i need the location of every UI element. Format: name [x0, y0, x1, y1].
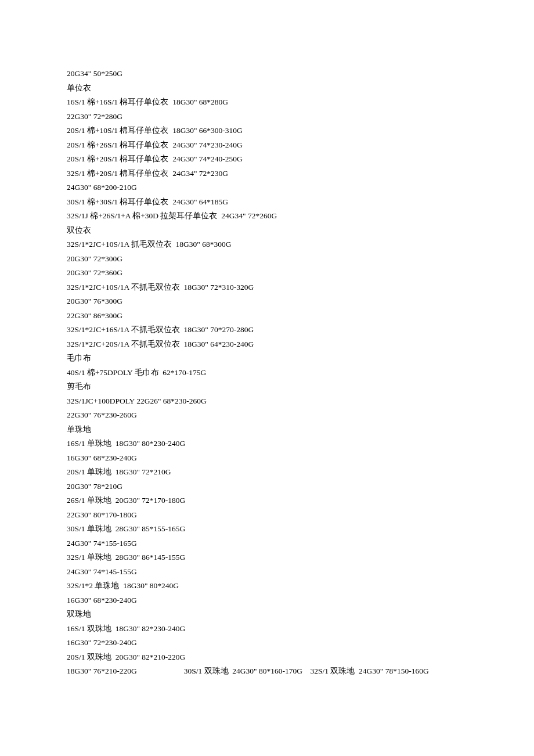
text-line: 20G34" 50*250G	[67, 67, 467, 81]
text-line: 20S/1 双珠地 20G30" 82*210-220G	[67, 650, 467, 665]
text-line: 20S/1 棉+20S/1 棉耳仔单位衣 24G30" 74*240-250G	[67, 152, 467, 167]
text-line: 16G30" 72*230-240G	[67, 636, 467, 650]
text-line: 剪毛布	[67, 380, 467, 394]
text-line: 32S/1 棉+20S/1 棉耳仔单位衣 24G34" 72*230G	[67, 167, 467, 181]
text-line: 20G30" 78*210G	[67, 480, 467, 494]
text-line: 单珠地	[67, 423, 467, 437]
text-line: 32S/1*2 单珠地 18G30" 80*240G	[67, 579, 467, 593]
text-line: 双珠地	[67, 607, 467, 622]
text-line: 20G30" 72*360G	[67, 266, 467, 280]
text-line: 22G30" 76*230-260G	[67, 408, 467, 423]
text-line: 18G30" 76*210-220G 30S/1 双珠地 24G30" 80*1…	[67, 664, 467, 679]
document-page: 20G34" 50*250G单位衣16S/1 棉+16S/1 棉耳仔单位衣 18…	[0, 0, 534, 702]
text-line: 32S/1J 棉+26S/1+A 棉+30D 拉架耳仔单位衣 24G34" 72…	[67, 209, 467, 224]
text-line: 24G30" 74*145-155G	[67, 565, 467, 579]
text-line: 单位衣	[67, 81, 467, 96]
text-line: 20S/1 单珠地 18G30" 72*210G	[67, 465, 467, 480]
text-line: 24G30" 74*155-165G	[67, 537, 467, 551]
text-line: 30S/1 棉+30S/1 棉耳仔单位衣 24G30" 64*185G	[67, 195, 467, 210]
text-line: 16G30" 68*230-240G	[67, 593, 467, 608]
text-line: 双位衣	[67, 224, 467, 238]
text-line: 32S/1JC+100DPOLY 22G26" 68*230-260G	[67, 394, 467, 409]
text-line: 22G30" 72*280G	[67, 110, 467, 124]
text-line: 32S/1 单珠地 28G30" 86*145-155G	[67, 550, 467, 565]
text-line: 32S/1*2JC+10S/1A 不抓毛双位衣 18G30" 72*310-32…	[67, 280, 467, 295]
text-line: 20S/1 棉+10S/1 棉耳仔单位衣 18G30" 66*300-310G	[67, 124, 467, 138]
text-line: 26S/1 单珠地 20G30" 72*170-180G	[67, 494, 467, 508]
text-line: 24G30" 68*200-210G	[67, 181, 467, 195]
text-line: 22G30" 86*300G	[67, 309, 467, 323]
text-line: 20G30" 76*300G	[67, 294, 467, 309]
text-line: 16S/1 棉+16S/1 棉耳仔单位衣 18G30" 68*280G	[67, 95, 467, 110]
text-line: 32S/1*2JC+16S/1A 不抓毛双位衣 18G30" 70*270-28…	[67, 323, 467, 337]
text-line: 40S/1 棉+75DPOLY 毛巾布 62*170-175G	[67, 366, 467, 380]
text-line: 32S/1*2JC+20S/1A 不抓毛双位衣 18G30" 64*230-24…	[67, 337, 467, 352]
text-line: 毛巾布	[67, 351, 467, 366]
text-line: 30S/1 单珠地 28G30" 85*155-165G	[67, 522, 467, 537]
text-line: 16G30" 68*230-240G	[67, 451, 467, 466]
text-line: 20S/1 棉+26S/1 棉耳仔单位衣 24G30" 74*230-240G	[67, 138, 467, 153]
text-line: 22G30" 80*170-180G	[67, 508, 467, 523]
text-line: 16S/1 单珠地 18G30" 80*230-240G	[67, 437, 467, 451]
text-line: 16S/1 双珠地 18G30" 82*230-240G	[67, 622, 467, 636]
text-line: 32S/1*2JC+10S/1A 抓毛双位衣 18G30" 68*300G	[67, 237, 467, 252]
text-line: 20G30" 72*300G	[67, 252, 467, 267]
